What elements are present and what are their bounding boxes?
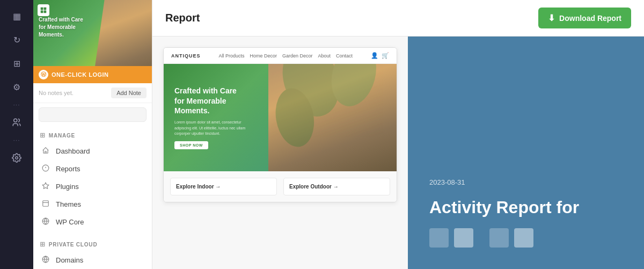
- explore-indoor-label: Explore Indoor →: [176, 184, 221, 190]
- themes-icon: [41, 200, 50, 209]
- mockup-hero-heading: Crafted with Carefor MemorableMoments.: [174, 86, 258, 115]
- wp-core-icon: [41, 217, 50, 227]
- report-block-3: [489, 228, 509, 248]
- one-click-login-label: ONE-CLICK LOGIN: [52, 71, 109, 78]
- domains-label: Domains: [56, 256, 83, 264]
- plugins-label: Plugins: [56, 183, 79, 191]
- private-cloud-section-label: ⊞ PRIVATE CLOUD: [33, 235, 152, 251]
- wp-core-label: WP Core: [56, 218, 84, 226]
- dashboard-icon: [41, 147, 50, 156]
- dashboard-label: Dashboard: [56, 147, 90, 155]
- sidebar-item-dashboard[interactable]: Dashboard: [33, 142, 152, 160]
- svg-rect-3: [44, 8, 47, 10]
- svg-rect-5: [44, 11, 47, 13]
- add-note-button[interactable]: Add Note: [111, 88, 147, 98]
- main-body: ANTIQUES All Products Home Decor Garden …: [152, 37, 644, 269]
- download-report-button[interactable]: ⬇ Download Report: [538, 8, 631, 28]
- mockup-hero-left: Crafted with Carefor MemorableMoments. L…: [164, 64, 268, 171]
- sidebar-item-wp-core[interactable]: WP Core: [33, 213, 152, 231]
- settings2-icon[interactable]: [7, 148, 26, 168]
- report-block-2: [454, 228, 473, 248]
- mockup-cart-icon: 🛒: [382, 52, 389, 59]
- report-block-1: [429, 228, 449, 248]
- svg-marker-9: [42, 183, 49, 188]
- preview-panel: ANTIQUES All Products Home Decor Garden …: [152, 37, 408, 269]
- svg-rect-4: [41, 11, 43, 13]
- svg-rect-10: [43, 201, 49, 207]
- notes-placeholder: No notes yet.: [39, 90, 74, 96]
- reports-label: Reports: [56, 165, 80, 173]
- gear-icon[interactable]: ⚙: [7, 77, 26, 97]
- report-blocks: [429, 228, 623, 248]
- mockup-nav: ANTIQUES All Products Home Decor Garden …: [164, 48, 397, 64]
- mockup-hero-button: SHOP NOW: [174, 141, 208, 149]
- sidebar: Crafted with Carefor MemorableMoments. Ⓦ…: [33, 0, 152, 269]
- website-mockup: ANTIQUES All Products Home Decor Garden …: [163, 47, 397, 202]
- mockup-hero-right: [268, 64, 397, 171]
- svg-point-0: [14, 119, 17, 122]
- notes-bar: No notes yet. Add Note: [33, 83, 152, 103]
- icon-bar: ▦ ↻ ⊞ ⚙ ··· ···: [0, 0, 33, 269]
- main-content: Report ⬇ Download Report ANTIQUES All Pr…: [152, 0, 644, 269]
- themes-label: Themes: [56, 200, 81, 208]
- download-button-label: Download Report: [559, 14, 621, 23]
- plugins-icon: [41, 182, 50, 191]
- dots-divider-top: ···: [13, 101, 20, 108]
- site-preview: Crafted with Carefor MemorableMoments. Ⓦ…: [33, 0, 152, 83]
- refresh-icon[interactable]: ↻: [7, 30, 26, 49]
- explore-outdoor-label: Explore Outdoor →: [289, 184, 339, 190]
- sidebar-item-domains[interactable]: Domains: [33, 251, 152, 269]
- reports-icon: [41, 164, 50, 173]
- sidebar-search[interactable]: [39, 107, 147, 122]
- private-cloud-icon: ⊞: [40, 241, 46, 248]
- report-panel: 2023-08-31 Activity Report for: [408, 37, 644, 269]
- mockup-nav-icons: 👤 🛒: [371, 52, 389, 59]
- mockup-hero: Crafted with Carefor MemorableMoments. L…: [164, 64, 397, 171]
- dots-divider-bottom: ···: [13, 136, 20, 144]
- page-title: Report: [165, 12, 200, 24]
- wordpress-icon: Ⓦ: [39, 70, 48, 79]
- svg-point-1: [16, 157, 18, 159]
- mockup-logo: ANTIQUES: [171, 53, 201, 59]
- explore-indoor-card: Explore Indoor →: [170, 178, 277, 195]
- download-icon: ⬇: [548, 13, 555, 23]
- site-preview-title: Crafted with Carefor MemorableMoments.: [39, 16, 83, 39]
- report-date: 2023-08-31: [429, 178, 623, 186]
- mockup-nav-links: All Products Home Decor Garden Decor Abo…: [218, 53, 353, 59]
- mockup-hero-text: Lorem ipsum dolor sit amet, consectetur …: [174, 120, 258, 137]
- sidebar-item-reports[interactable]: Reports: [33, 160, 152, 178]
- sidebar-item-plugins[interactable]: Plugins: [33, 178, 152, 195]
- mockup-user-icon: 👤: [371, 52, 378, 59]
- manage-section-label: ⊞ MANAGE: [33, 126, 152, 142]
- grid-icon[interactable]: ▦: [7, 6, 26, 26]
- site-logo: [38, 4, 49, 16]
- manage-icon: ⊞: [40, 132, 46, 139]
- svg-rect-2: [41, 8, 43, 10]
- users-icon[interactable]: [7, 113, 26, 132]
- report-block-4: [514, 228, 533, 248]
- one-click-login-badge[interactable]: Ⓦ ONE-CLICK LOGIN: [33, 66, 152, 83]
- main-header: Report ⬇ Download Report: [152, 0, 644, 37]
- table-icon[interactable]: ⊞: [7, 54, 26, 73]
- explore-outdoor-card: Explore Outdoor →: [283, 178, 390, 195]
- domains-icon: [41, 256, 50, 265]
- sidebar-item-themes[interactable]: Themes: [33, 195, 152, 213]
- report-title: Activity Report for: [429, 197, 623, 217]
- mockup-bottom: Explore Indoor → Explore Outdoor →: [164, 171, 397, 202]
